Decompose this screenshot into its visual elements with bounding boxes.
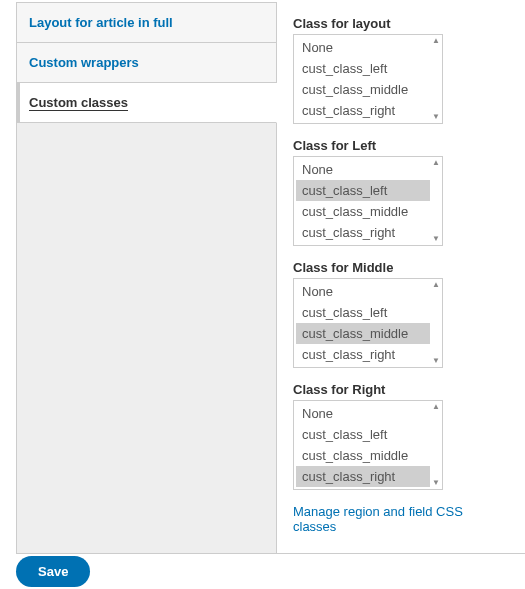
manage-css-classes-link[interactable]: Manage region and field CSS classes: [293, 504, 463, 534]
listbox-option[interactable]: None: [296, 403, 430, 424]
save-button[interactable]: Save: [16, 556, 90, 587]
tab-layout-full[interactable]: Layout for article in full: [17, 2, 277, 43]
scroll-down-icon[interactable]: ▼: [431, 478, 441, 488]
listbox-option[interactable]: cust_class_middle: [296, 201, 430, 222]
listbox-option[interactable]: cust_class_right: [296, 222, 430, 243]
listbox-option[interactable]: cust_class_middle: [296, 79, 430, 100]
tab-content: Class for layout ▲ ▼ Nonecust_class_left…: [277, 2, 525, 553]
listbox-option[interactable]: None: [296, 37, 430, 58]
field-class-for-middle: Class for Middle ▲ ▼ Nonecust_class_left…: [293, 260, 509, 368]
tab-label: Custom wrappers: [29, 55, 139, 70]
listbox-option[interactable]: cust_class_left: [296, 302, 430, 323]
field-label: Class for Left: [293, 138, 509, 153]
listbox-option[interactable]: cust_class_right: [296, 466, 430, 487]
listbox-class-for-left[interactable]: ▲ ▼ Nonecust_class_leftcust_class_middle…: [293, 156, 443, 246]
listbox-class-for-right[interactable]: ▲ ▼ Nonecust_class_leftcust_class_middle…: [293, 400, 443, 490]
field-label: Class for Right: [293, 382, 509, 397]
field-label: Class for Middle: [293, 260, 509, 275]
tab-custom-classes[interactable]: Custom classes: [17, 83, 277, 123]
scroll-down-icon[interactable]: ▼: [431, 112, 441, 122]
scroll-up-icon[interactable]: ▲: [431, 158, 441, 168]
scroll-up-icon[interactable]: ▲: [431, 280, 441, 290]
listbox-option[interactable]: cust_class_left: [296, 58, 430, 79]
scroll-down-icon[interactable]: ▼: [431, 234, 441, 244]
listbox-option[interactable]: cust_class_left: [296, 180, 430, 201]
listbox-option[interactable]: cust_class_middle: [296, 445, 430, 466]
field-class-for-right: Class for Right ▲ ▼ Nonecust_class_leftc…: [293, 382, 509, 490]
tabs-filler: [17, 123, 277, 553]
listbox-class-for-layout[interactable]: ▲ ▼ Nonecust_class_leftcust_class_middle…: [293, 34, 443, 124]
listbox-option[interactable]: cust_class_right: [296, 100, 430, 121]
scroll-up-icon[interactable]: ▲: [431, 36, 441, 46]
tab-label: Custom classes: [29, 95, 128, 111]
listbox-option[interactable]: None: [296, 159, 430, 180]
field-label: Class for layout: [293, 16, 509, 31]
listbox-option[interactable]: cust_class_middle: [296, 323, 430, 344]
scroll-up-icon[interactable]: ▲: [431, 402, 441, 412]
field-class-for-left: Class for Left ▲ ▼ Nonecust_class_leftcu…: [293, 138, 509, 246]
scroll-down-icon[interactable]: ▼: [431, 356, 441, 366]
listbox-option[interactable]: cust_class_right: [296, 344, 430, 365]
vertical-tabs: Layout for article in full Custom wrappe…: [17, 2, 277, 553]
tab-custom-wrappers[interactable]: Custom wrappers: [17, 43, 277, 83]
tab-label: Layout for article in full: [29, 15, 173, 30]
listbox-option[interactable]: None: [296, 281, 430, 302]
listbox-class-for-middle[interactable]: ▲ ▼ Nonecust_class_leftcust_class_middle…: [293, 278, 443, 368]
field-class-for-layout: Class for layout ▲ ▼ Nonecust_class_left…: [293, 16, 509, 124]
listbox-option[interactable]: cust_class_left: [296, 424, 430, 445]
